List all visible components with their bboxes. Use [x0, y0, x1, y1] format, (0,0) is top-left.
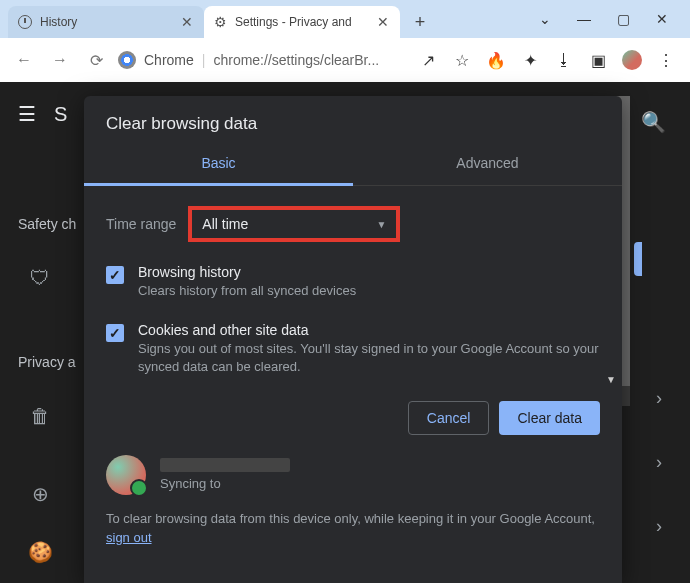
- tab-history[interactable]: History ✕: [8, 6, 204, 38]
- dialog-title: Clear browsing data: [84, 96, 622, 140]
- new-tab-button[interactable]: +: [406, 8, 434, 36]
- cancel-button[interactable]: Cancel: [408, 401, 490, 435]
- browser-titlebar: History ✕ ⚙ Settings - Privacy and ✕ + ⌄…: [0, 0, 690, 38]
- chevron-right-icon[interactable]: ›: [656, 452, 662, 473]
- button-edge: [634, 242, 642, 276]
- tab-basic[interactable]: Basic: [84, 140, 353, 185]
- safety-check-label: Safety ch: [18, 216, 76, 232]
- time-range-label: Time range: [106, 216, 176, 232]
- option-desc: Signs you out of most sites. You'll stay…: [138, 340, 600, 376]
- checkbox-checked-icon[interactable]: ✓: [106, 266, 124, 284]
- close-window-button[interactable]: ✕: [656, 11, 668, 27]
- settings-title-truncated: S: [54, 103, 67, 126]
- time-range-value: All time: [202, 216, 248, 232]
- chrome-label: Chrome: [144, 52, 194, 68]
- fire-icon[interactable]: 🔥: [486, 50, 506, 70]
- dialog-footer: Cancel Clear data: [84, 387, 622, 449]
- url-text: chrome://settings/clearBr...: [213, 52, 379, 68]
- tab-label: History: [40, 15, 77, 29]
- maximize-button[interactable]: ▢: [617, 11, 630, 27]
- tab-label: Settings - Privacy and: [235, 15, 352, 29]
- tab-advanced[interactable]: Advanced: [353, 140, 622, 185]
- dialog-body: Time range All time ▼ ✓ Browsing history…: [84, 186, 622, 387]
- search-icon[interactable]: 🔍: [641, 110, 666, 134]
- checkbox-checked-icon[interactable]: ✓: [106, 324, 124, 342]
- dialog-tabs: Basic Advanced: [84, 140, 622, 186]
- time-range-select[interactable]: All time ▼: [188, 206, 400, 242]
- option-title: Cookies and other site data: [138, 322, 600, 338]
- privacy-label: Privacy a: [18, 354, 76, 370]
- cookie-icon[interactable]: 🍪: [18, 530, 62, 574]
- chevron-down-icon[interactable]: ⌄: [539, 11, 551, 27]
- shield-icon: 🛡: [18, 256, 62, 300]
- share-icon[interactable]: ↗: [418, 50, 438, 70]
- clear-browsing-data-dialog: Clear browsing data Basic Advanced Time …: [84, 96, 622, 583]
- reload-button[interactable]: ⟳: [82, 46, 110, 74]
- kebab-menu-icon[interactable]: ⋮: [656, 50, 676, 70]
- time-range-row: Time range All time ▼: [106, 206, 600, 242]
- option-title: Browsing history: [138, 264, 356, 280]
- star-icon[interactable]: ☆: [452, 50, 472, 70]
- clear-data-button[interactable]: Clear data: [499, 401, 600, 435]
- tab-settings[interactable]: ⚙ Settings - Privacy and ✕: [204, 6, 400, 38]
- chevron-down-icon: ▼: [376, 219, 386, 230]
- back-button[interactable]: ←: [10, 46, 38, 74]
- option-desc: Clears history from all synced devices: [138, 282, 356, 300]
- chevron-right-icon[interactable]: ›: [656, 388, 662, 409]
- minimize-button[interactable]: —: [577, 11, 591, 27]
- close-icon[interactable]: ✕: [180, 15, 194, 29]
- settings-sidebar: ☰ S Safety ch 🛡 Privacy a 🗑 ⊕ 🍪: [18, 102, 76, 574]
- side-panel-icon[interactable]: ▣: [588, 50, 608, 70]
- window-controls: ⌄ — ▢ ✕: [539, 11, 690, 27]
- browser-toolbar: ← → ⟳ Chrome | chrome://settings/clearBr…: [0, 38, 690, 82]
- history-icon: [18, 15, 32, 29]
- trash-icon[interactable]: 🗑: [18, 394, 62, 438]
- gear-icon: ⚙: [214, 14, 227, 30]
- address-bar[interactable]: Chrome | chrome://settings/clearBr...: [118, 44, 410, 76]
- forward-button[interactable]: →: [46, 46, 74, 74]
- sign-out-link[interactable]: sign out: [106, 530, 152, 545]
- extensions-icon[interactable]: ✦: [520, 50, 540, 70]
- target-icon[interactable]: ⊕: [18, 472, 62, 516]
- menu-icon[interactable]: ☰: [18, 102, 36, 126]
- sync-name-redacted: [160, 458, 290, 472]
- chevron-right-icon[interactable]: ›: [656, 516, 662, 537]
- note-text: To clear browsing data from this device …: [106, 511, 595, 526]
- profile-avatar[interactable]: [622, 50, 642, 70]
- divider: |: [202, 52, 206, 68]
- sync-avatar: [106, 455, 146, 495]
- sync-label: Syncing to: [160, 476, 290, 491]
- scroll-down-arrow-icon[interactable]: ▼: [606, 374, 616, 385]
- chrome-icon: [118, 51, 136, 69]
- signout-note: To clear browsing data from this device …: [84, 499, 622, 548]
- toolbar-actions: ↗ ☆ 🔥 ✦ ⭳ ▣ ⋮: [418, 50, 680, 70]
- download-icon[interactable]: ⭳: [554, 50, 574, 70]
- option-cookies[interactable]: ✓ Cookies and other site data Signs you …: [106, 322, 600, 376]
- close-icon[interactable]: ✕: [376, 15, 390, 29]
- sync-row: Syncing to: [84, 449, 622, 499]
- option-browsing-history[interactable]: ✓ Browsing history Clears history from a…: [106, 264, 600, 300]
